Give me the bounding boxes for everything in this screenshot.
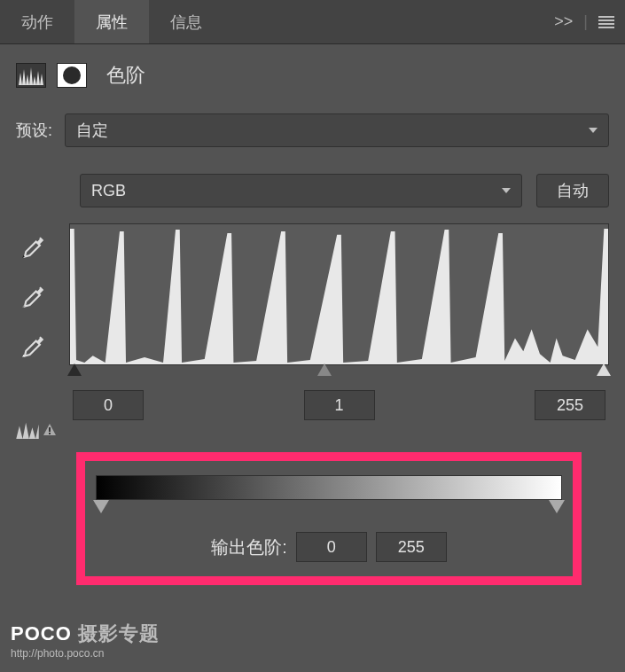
output-white-slider[interactable] (549, 500, 565, 513)
white-eyedropper-icon[interactable] (16, 333, 46, 363)
panel-title: 色阶 (106, 62, 145, 89)
chevron-down-icon (589, 128, 598, 133)
gamma-input[interactable] (304, 390, 375, 420)
gray-eyedropper-icon[interactable] (16, 284, 46, 314)
clip-warning-icon[interactable] (16, 421, 59, 439)
auto-button[interactable]: 自动 (536, 174, 609, 207)
input-level-values (69, 390, 609, 420)
chevron-down-icon (502, 188, 511, 193)
black-point-slider[interactable] (67, 363, 82, 376)
watermark: POCO 摄影专题 http://photo.poco.cn (11, 621, 160, 660)
midtone-slider[interactable] (317, 363, 332, 376)
output-black-slider[interactable] (93, 500, 109, 513)
output-slider-track (96, 500, 562, 520)
eyedropper-tools (16, 223, 59, 420)
svg-rect-0 (49, 427, 51, 432)
svg-rect-1 (49, 433, 51, 434)
expand-icon[interactable]: >> (554, 12, 573, 31)
input-slider-track (69, 363, 609, 385)
preset-select[interactable]: 自定 (65, 113, 609, 147)
panel-tabs: 动作 属性 信息 >> | (0, 0, 625, 44)
output-levels-highlight: 输出色阶: (76, 452, 582, 585)
tab-actions[interactable]: 动作 (0, 0, 74, 43)
levels-icon (16, 63, 46, 88)
black-eyedropper-icon[interactable] (16, 234, 46, 264)
channel-select[interactable]: RGB (80, 174, 522, 207)
output-label: 输出色阶: (211, 535, 287, 559)
preset-row: 预设: 自定 (0, 106, 625, 154)
channel-row: RGB 自动 (0, 167, 625, 215)
adjustment-header: 色阶 (0, 44, 625, 106)
white-point-input[interactable] (535, 390, 605, 420)
output-gradient (96, 475, 562, 500)
white-point-slider[interactable] (597, 363, 611, 376)
output-white-input[interactable] (376, 532, 447, 562)
output-black-input[interactable] (296, 532, 367, 562)
histogram (69, 223, 609, 365)
black-point-input[interactable] (73, 390, 144, 420)
tab-info[interactable]: 信息 (149, 0, 223, 43)
preset-label: 预设: (16, 120, 52, 141)
panel-menu-icon[interactable] (598, 16, 614, 28)
tab-properties[interactable]: 属性 (74, 0, 149, 43)
mask-icon[interactable] (57, 63, 87, 88)
